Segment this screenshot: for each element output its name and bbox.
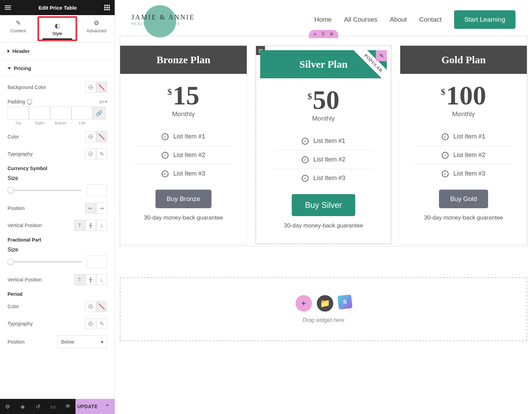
navigator-button[interactable]: ◈ <box>15 399 30 414</box>
global-color-button-2[interactable] <box>85 131 96 142</box>
tab-style[interactable]: ◐Style <box>37 16 77 41</box>
editor-sidebar: Edit Price Table ✎Content ◐Style ⚙Advanc… <box>0 0 115 414</box>
period-global-color-button[interactable] <box>85 301 96 312</box>
global-color-button[interactable] <box>85 82 96 93</box>
slider-thumb-icon[interactable] <box>8 187 14 193</box>
start-learning-button[interactable]: Start Learning <box>454 10 516 29</box>
fvpos-middle-button[interactable]: ╋ <box>85 274 96 285</box>
plan-features: ✓List Item #1 ✓List Item #2 ✓List Item #… <box>414 127 513 183</box>
widgets-icon[interactable] <box>104 5 110 10</box>
plan-price: $50 <box>274 87 373 113</box>
delete-section-button[interactable]: ✕ <box>329 31 334 37</box>
color-label: Color <box>8 134 19 139</box>
fractional-heading: Fractional Part <box>8 237 107 243</box>
padding-top-input[interactable] <box>8 107 29 120</box>
section-pricing[interactable]: Pricing <box>0 60 115 77</box>
position-after-button[interactable]: ⇥ <box>96 203 107 214</box>
nav-courses[interactable]: All Courses <box>344 16 377 23</box>
check-icon: ✓ <box>442 133 449 140</box>
buy-silver-button[interactable]: Buy Silver <box>292 194 355 216</box>
fractional-size-slider[interactable] <box>8 261 82 262</box>
section-header[interactable]: Header <box>0 43 115 60</box>
padding-unit[interactable]: px ▾ <box>100 99 107 104</box>
site-logo[interactable]: JAMIE & ANNIE HEALTH & NUTRITION <box>131 13 195 26</box>
update-options-button[interactable]: ⌃ <box>100 399 115 414</box>
drop-zone[interactable]: + 📁 S Drag widget here <box>120 277 527 341</box>
vpos-middle-button[interactable]: ╋ <box>85 220 96 231</box>
pricing-section[interactable]: + ⠿ ✕ Bronze Plan $15 Monthly ✓List Item… <box>120 36 527 246</box>
gear-icon: ⚙ <box>78 19 115 27</box>
slider-thumb-icon[interactable] <box>8 259 14 265</box>
plan-period: Monthly <box>134 110 233 118</box>
plan-title: Silver PlanPOPULAR <box>260 50 387 78</box>
responsive-button[interactable]: ▭ <box>45 399 60 414</box>
check-icon: ✓ <box>162 170 169 177</box>
plan-silver[interactable]: ▥ ✎ Silver PlanPOPULAR $50 Monthly ✓List… <box>256 46 391 244</box>
settings-button[interactable]: ⚙ <box>0 399 15 414</box>
template-library-button[interactable]: 📁 <box>317 295 333 312</box>
preview-canvas: JAMIE & ANNIE HEALTH & NUTRITION Home Al… <box>115 0 532 414</box>
vpos-bottom-button[interactable]: ⊥ <box>96 220 107 231</box>
check-icon: ✓ <box>162 133 169 140</box>
no-color-button[interactable] <box>96 82 107 93</box>
period-global-typo-button[interactable] <box>85 318 96 329</box>
nav-about[interactable]: About <box>390 16 407 23</box>
period-no-color-button[interactable] <box>96 301 107 312</box>
update-button[interactable]: UPDATE <box>76 399 100 414</box>
add-section-button[interactable]: + <box>313 31 316 37</box>
period-edit-typo-button[interactable]: ✎ <box>96 318 107 329</box>
list-item: ✓List Item #2 <box>274 150 373 169</box>
logo-text: JAMIE & ANNIE <box>131 13 195 21</box>
plan-bronze[interactable]: Bronze Plan $15 Monthly ✓List Item #1 ✓L… <box>120 46 247 244</box>
period-color-label: Color <box>8 304 19 309</box>
check-icon: ✓ <box>162 152 169 159</box>
caret-down-icon <box>8 67 11 69</box>
padding-bottom-input[interactable] <box>50 107 71 120</box>
drag-section-button[interactable]: ⠿ <box>321 31 325 37</box>
position-before-button[interactable]: ⇤ <box>85 203 96 214</box>
fvpos-top-button[interactable]: T <box>74 274 85 285</box>
history-button[interactable]: ↺ <box>30 399 45 414</box>
currency-size-input[interactable] <box>86 184 107 197</box>
bg-color-label: Background Color <box>8 85 46 90</box>
no-color-button-2[interactable] <box>96 131 107 142</box>
period-position-select[interactable]: Below▾ <box>57 335 107 348</box>
plan-gold[interactable]: Gold Plan $100 Monthly ✓List Item #1 ✓Li… <box>400 46 527 244</box>
padding-right-input[interactable] <box>29 107 50 120</box>
link-values-button[interactable]: 🔗 <box>93 107 106 120</box>
check-icon: ✓ <box>302 138 309 145</box>
plan-price: $100 <box>414 82 513 109</box>
nav-home[interactable]: Home <box>314 16 332 23</box>
currency-size-slider[interactable] <box>8 190 82 191</box>
chevron-down-icon: ▾ <box>101 339 103 345</box>
tab-content[interactable]: ✎Content <box>0 15 36 42</box>
logo-circle-icon <box>144 5 176 37</box>
plan-features: ✓List Item #1 ✓List Item #2 ✓List Item #… <box>274 132 373 187</box>
fractional-size-label: Size <box>8 247 18 253</box>
edit-widget-button[interactable]: ✎ <box>376 50 387 61</box>
currency-vpos-toggle: T ╋ ⊥ <box>74 220 107 231</box>
plan-guarantee: 30-day money-back guarantee <box>274 222 373 229</box>
menu-icon[interactable] <box>5 5 11 10</box>
nav-contact[interactable]: Contact <box>419 16 441 23</box>
buy-gold-button[interactable]: Buy Gold <box>439 190 488 208</box>
add-widget-button[interactable]: + <box>296 295 312 312</box>
vpos-top-button[interactable]: T <box>74 220 85 231</box>
edit-typo-button[interactable]: ✎ <box>96 148 107 159</box>
fractional-size-input[interactable] <box>86 256 107 268</box>
caret-right-icon <box>8 49 10 53</box>
pricing-controls: Background Color Padding px ▾ 🔗 Top Righ <box>0 77 115 359</box>
plan-period: Monthly <box>274 115 373 122</box>
buy-bronze-button[interactable]: Buy Bronze <box>155 190 211 208</box>
padding-left-input[interactable] <box>71 107 93 120</box>
list-item: ✓List Item #1 <box>134 127 233 146</box>
preview-button[interactable]: 👁 <box>60 399 76 414</box>
global-typo-button[interactable] <box>85 148 96 159</box>
desktop-icon[interactable] <box>27 100 32 104</box>
period-typo-label: Typography <box>8 321 33 326</box>
section-toolbar: + ⠿ ✕ <box>309 30 338 38</box>
currency-position-toggle: ⇤ ⇥ <box>85 203 107 214</box>
tab-advanced[interactable]: ⚙Advanced <box>78 15 115 42</box>
fvpos-bottom-button[interactable]: ⊥ <box>96 274 107 285</box>
shortcodes-button[interactable]: S <box>337 294 352 310</box>
